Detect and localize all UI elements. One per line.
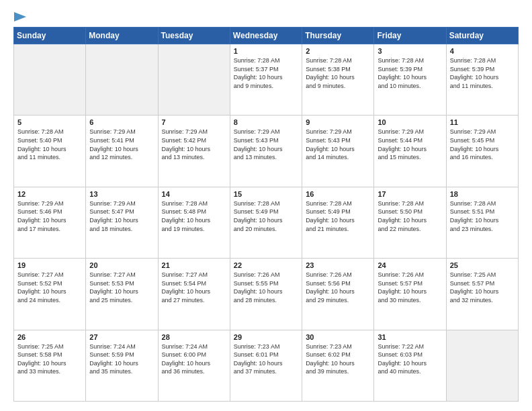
day-info: Sunrise: 7:28 AM Sunset: 5:39 PM Dayligh… xyxy=(378,56,442,90)
calendar-cell: 12Sunrise: 7:29 AM Sunset: 5:46 PM Dayli… xyxy=(14,187,86,258)
calendar-week-row: 1Sunrise: 7:28 AM Sunset: 5:37 PM Daylig… xyxy=(14,44,519,116)
day-info: Sunrise: 7:27 AM Sunset: 5:54 PM Dayligh… xyxy=(162,271,226,304)
weekday-header: Wednesday xyxy=(230,28,302,44)
day-info: Sunrise: 7:28 AM Sunset: 5:49 PM Dayligh… xyxy=(306,199,370,233)
calendar-cell xyxy=(86,44,158,116)
day-number: 11 xyxy=(450,118,515,126)
day-info: Sunrise: 7:29 AM Sunset: 5:44 PM Dayligh… xyxy=(378,128,442,161)
calendar-cell: 31Sunrise: 7:22 AM Sunset: 6:03 PM Dayli… xyxy=(374,330,446,401)
calendar: SundayMondayTuesdayWednesdayThursdayFrid… xyxy=(13,27,519,402)
day-info: Sunrise: 7:23 AM Sunset: 6:01 PM Dayligh… xyxy=(234,342,298,376)
day-info: Sunrise: 7:27 AM Sunset: 5:52 PM Dayligh… xyxy=(17,271,82,304)
day-number: 16 xyxy=(306,190,370,198)
calendar-cell: 21Sunrise: 7:27 AM Sunset: 5:54 PM Dayli… xyxy=(158,259,230,330)
weekday-header: Monday xyxy=(86,28,158,44)
calendar-cell: 9Sunrise: 7:29 AM Sunset: 5:43 PM Daylig… xyxy=(302,116,374,187)
day-info: Sunrise: 7:29 AM Sunset: 5:42 PM Dayligh… xyxy=(162,128,226,161)
day-number: 8 xyxy=(234,118,298,126)
calendar-cell: 22Sunrise: 7:26 AM Sunset: 5:55 PM Dayli… xyxy=(230,259,302,330)
calendar-cell: 30Sunrise: 7:23 AM Sunset: 6:02 PM Dayli… xyxy=(302,330,374,401)
day-number: 4 xyxy=(450,47,515,55)
calendar-cell: 20Sunrise: 7:27 AM Sunset: 5:53 PM Dayli… xyxy=(86,259,158,330)
calendar-cell: 19Sunrise: 7:27 AM Sunset: 5:52 PM Dayli… xyxy=(14,259,86,330)
logo xyxy=(13,12,27,20)
calendar-cell: 17Sunrise: 7:28 AM Sunset: 5:50 PM Dayli… xyxy=(374,187,446,258)
day-info: Sunrise: 7:28 AM Sunset: 5:48 PM Dayligh… xyxy=(162,199,226,233)
calendar-cell: 4Sunrise: 7:28 AM Sunset: 5:39 PM Daylig… xyxy=(446,44,518,116)
day-number: 26 xyxy=(17,333,82,341)
day-info: Sunrise: 7:24 AM Sunset: 6:00 PM Dayligh… xyxy=(162,342,226,376)
day-info: Sunrise: 7:27 AM Sunset: 5:53 PM Dayligh… xyxy=(89,271,154,304)
calendar-header-row: SundayMondayTuesdayWednesdayThursdayFrid… xyxy=(14,28,519,44)
day-info: Sunrise: 7:28 AM Sunset: 5:50 PM Dayligh… xyxy=(378,199,442,233)
day-number: 20 xyxy=(89,261,154,269)
day-number: 14 xyxy=(162,190,226,198)
header xyxy=(13,12,519,20)
calendar-body: 1Sunrise: 7:28 AM Sunset: 5:37 PM Daylig… xyxy=(14,44,519,402)
day-info: Sunrise: 7:26 AM Sunset: 5:56 PM Dayligh… xyxy=(306,271,370,304)
calendar-cell: 3Sunrise: 7:28 AM Sunset: 5:39 PM Daylig… xyxy=(374,44,446,116)
day-info: Sunrise: 7:25 AM Sunset: 5:58 PM Dayligh… xyxy=(17,342,82,376)
day-info: Sunrise: 7:29 AM Sunset: 5:43 PM Dayligh… xyxy=(306,128,370,161)
calendar-week-row: 5Sunrise: 7:28 AM Sunset: 5:40 PM Daylig… xyxy=(14,116,519,187)
weekday-header: Sunday xyxy=(14,28,86,44)
svg-marker-0 xyxy=(14,12,26,21)
weekday-header: Saturday xyxy=(446,28,518,44)
day-info: Sunrise: 7:28 AM Sunset: 5:39 PM Dayligh… xyxy=(450,56,515,90)
day-number: 25 xyxy=(450,261,515,269)
day-info: Sunrise: 7:28 AM Sunset: 5:40 PM Dayligh… xyxy=(17,128,82,161)
calendar-cell: 13Sunrise: 7:29 AM Sunset: 5:47 PM Dayli… xyxy=(86,187,158,258)
day-number: 27 xyxy=(89,333,154,341)
calendar-cell: 2Sunrise: 7:28 AM Sunset: 5:38 PM Daylig… xyxy=(302,44,374,116)
calendar-cell: 26Sunrise: 7:25 AM Sunset: 5:58 PM Dayli… xyxy=(14,330,86,401)
day-number: 24 xyxy=(378,261,442,269)
day-info: Sunrise: 7:29 AM Sunset: 5:47 PM Dayligh… xyxy=(89,199,154,233)
logo-arrow-icon xyxy=(14,12,26,21)
day-number: 12 xyxy=(17,190,82,198)
day-number: 21 xyxy=(162,261,226,269)
weekday-header: Friday xyxy=(374,28,446,44)
day-number: 17 xyxy=(378,190,442,198)
day-number: 13 xyxy=(89,190,154,198)
calendar-cell: 7Sunrise: 7:29 AM Sunset: 5:42 PM Daylig… xyxy=(158,116,230,187)
day-number: 5 xyxy=(17,118,82,126)
calendar-cell: 14Sunrise: 7:28 AM Sunset: 5:48 PM Dayli… xyxy=(158,187,230,258)
calendar-cell: 1Sunrise: 7:28 AM Sunset: 5:37 PM Daylig… xyxy=(230,44,302,116)
day-info: Sunrise: 7:25 AM Sunset: 5:57 PM Dayligh… xyxy=(450,271,515,304)
calendar-cell: 23Sunrise: 7:26 AM Sunset: 5:56 PM Dayli… xyxy=(302,259,374,330)
day-info: Sunrise: 7:22 AM Sunset: 6:03 PM Dayligh… xyxy=(378,342,442,376)
calendar-cell xyxy=(158,44,230,116)
calendar-cell xyxy=(446,330,518,401)
day-number: 29 xyxy=(234,333,298,341)
day-number: 3 xyxy=(378,47,442,55)
day-number: 30 xyxy=(306,333,370,341)
calendar-cell: 29Sunrise: 7:23 AM Sunset: 6:01 PM Dayli… xyxy=(230,330,302,401)
day-info: Sunrise: 7:28 AM Sunset: 5:49 PM Dayligh… xyxy=(234,199,298,233)
calendar-week-row: 26Sunrise: 7:25 AM Sunset: 5:58 PM Dayli… xyxy=(14,330,519,401)
day-number: 18 xyxy=(450,190,515,198)
day-info: Sunrise: 7:29 AM Sunset: 5:46 PM Dayligh… xyxy=(17,199,82,233)
day-number: 6 xyxy=(89,118,154,126)
day-number: 22 xyxy=(234,261,298,269)
day-number: 2 xyxy=(306,47,370,55)
weekday-header: Tuesday xyxy=(158,28,230,44)
day-number: 28 xyxy=(162,333,226,341)
day-info: Sunrise: 7:29 AM Sunset: 5:45 PM Dayligh… xyxy=(450,128,515,161)
day-number: 7 xyxy=(162,118,226,126)
calendar-cell: 28Sunrise: 7:24 AM Sunset: 6:00 PM Dayli… xyxy=(158,330,230,401)
day-info: Sunrise: 7:26 AM Sunset: 5:57 PM Dayligh… xyxy=(378,271,442,304)
calendar-cell: 15Sunrise: 7:28 AM Sunset: 5:49 PM Dayli… xyxy=(230,187,302,258)
day-number: 19 xyxy=(17,261,82,269)
day-number: 15 xyxy=(234,190,298,198)
weekday-header: Thursday xyxy=(302,28,374,44)
day-info: Sunrise: 7:28 AM Sunset: 5:38 PM Dayligh… xyxy=(306,56,370,90)
day-number: 1 xyxy=(234,47,298,55)
calendar-cell: 24Sunrise: 7:26 AM Sunset: 5:57 PM Dayli… xyxy=(374,259,446,330)
day-info: Sunrise: 7:29 AM Sunset: 5:43 PM Dayligh… xyxy=(234,128,298,161)
calendar-cell: 16Sunrise: 7:28 AM Sunset: 5:49 PM Dayli… xyxy=(302,187,374,258)
calendar-cell: 27Sunrise: 7:24 AM Sunset: 5:59 PM Dayli… xyxy=(86,330,158,401)
day-info: Sunrise: 7:28 AM Sunset: 5:37 PM Dayligh… xyxy=(234,56,298,90)
calendar-week-row: 19Sunrise: 7:27 AM Sunset: 5:52 PM Dayli… xyxy=(14,259,519,330)
calendar-cell: 18Sunrise: 7:28 AM Sunset: 5:51 PM Dayli… xyxy=(446,187,518,258)
day-number: 23 xyxy=(306,261,370,269)
